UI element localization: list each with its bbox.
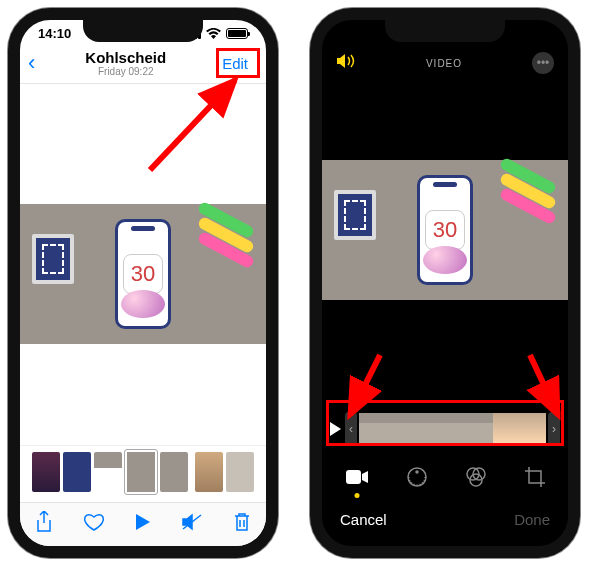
tool-crop-icon[interactable]: [524, 466, 546, 493]
preview-number-overlay: 30: [123, 254, 163, 294]
thumbnail[interactable]: [195, 452, 223, 492]
editor-preview[interactable]: 30: [322, 80, 568, 380]
preview-phone-prop: 30: [417, 175, 473, 285]
svg-point-3: [416, 471, 418, 473]
video-frame: 30: [20, 204, 266, 344]
heart-icon[interactable]: [83, 512, 105, 537]
tool-adjust-icon[interactable]: [406, 466, 428, 493]
annotation-arrow-trim-right: [520, 350, 580, 434]
preview-logo-prop: [334, 190, 376, 240]
svg-rect-1: [346, 470, 361, 484]
tool-filters-icon[interactable]: [465, 466, 487, 493]
annotation-arrow-trim-left: [332, 350, 392, 434]
thumbnail[interactable]: [226, 452, 254, 492]
more-button[interactable]: •••: [532, 52, 554, 74]
video-frame: 30: [322, 160, 568, 300]
annotation-arrow-edit: [140, 70, 260, 184]
speaker-icon[interactable]: [336, 53, 356, 73]
wifi-icon: [206, 28, 221, 39]
preview-number-overlay: 30: [425, 210, 465, 250]
svg-line-8: [350, 355, 380, 415]
preview-logo-prop: [32, 234, 74, 284]
thumbnail[interactable]: [160, 452, 188, 492]
thumbnail-selected[interactable]: [125, 450, 157, 494]
back-chevron-icon[interactable]: ‹: [28, 50, 35, 76]
iphone-notch: [83, 20, 203, 42]
svg-line-7: [150, 80, 235, 170]
thumbnail[interactable]: [32, 452, 60, 492]
done-button[interactable]: Done: [514, 511, 550, 528]
location-title: Kohlscheid: [35, 49, 216, 66]
preview-markers-prop: [498, 170, 558, 212]
thumbnail[interactable]: [94, 452, 122, 492]
editor-action-bar: Cancel Done: [322, 499, 568, 546]
play-icon[interactable]: [135, 513, 151, 536]
mode-label-video: VIDEO: [426, 58, 462, 69]
bottom-toolbar: [20, 502, 266, 546]
thumbnail[interactable]: [63, 452, 91, 492]
mute-icon[interactable]: [181, 513, 203, 536]
editor-tool-row: [322, 454, 568, 499]
trash-icon[interactable]: [233, 512, 251, 537]
iphone-notch: [385, 20, 505, 42]
battery-icon: [226, 28, 248, 39]
preview-phone-prop: 30: [115, 219, 171, 329]
cancel-button[interactable]: Cancel: [340, 511, 387, 528]
tool-video-icon[interactable]: [345, 469, 369, 490]
editor-top-bar: VIDEO •••: [322, 46, 568, 80]
svg-line-9: [530, 355, 558, 415]
share-icon[interactable]: [35, 511, 53, 538]
status-time: 14:10: [38, 26, 71, 41]
phone-mockup-video-editor: VIDEO ••• 30 ‹: [310, 8, 580, 558]
preview-markers-prop: [196, 214, 256, 256]
thumbnail-strip[interactable]: [20, 445, 266, 498]
